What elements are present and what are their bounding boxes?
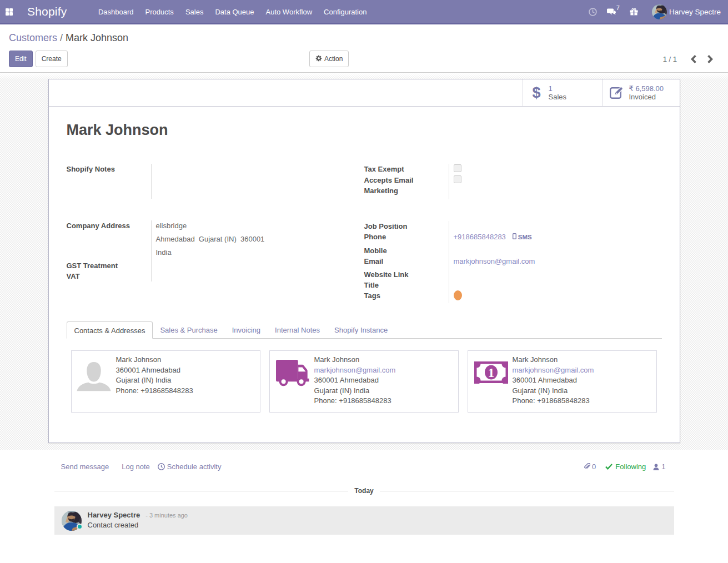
svg-text:1: 1 [488,366,494,380]
